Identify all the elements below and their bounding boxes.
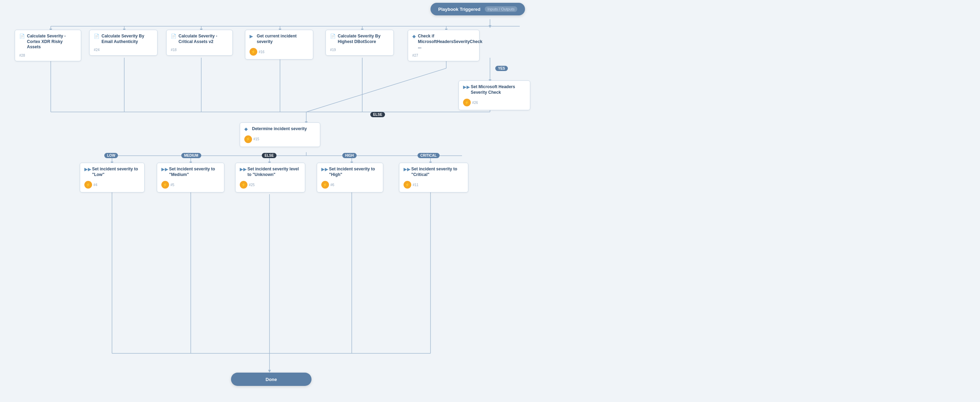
node-title: Set incident severity to "Low" <box>92 167 140 177</box>
node-set-unknown[interactable]: ▶▶ Set incident severity level to "Unkno… <box>235 163 305 192</box>
node-calc-xdr[interactable]: 📄 Calculate Severity - Cortex XDR Risky … <box>15 30 81 61</box>
script-icon: 📄 <box>330 33 336 39</box>
node-title: Get current incident severity <box>257 33 309 44</box>
node-id: #26 <box>472 101 478 105</box>
trigger-node[interactable]: Playbook Triggered Inputs / Outputs <box>431 3 525 15</box>
low-label: LOW <box>104 153 118 158</box>
node-footer: #19 <box>330 48 389 52</box>
node-header: ◆ Determine incident severity <box>244 126 316 133</box>
diamond-icon: ◆ <box>412 33 416 39</box>
node-id: #24 <box>94 48 100 52</box>
node-title: Set incident severity level to "Unknown" <box>247 167 301 177</box>
node-footer: ⚡ #6 <box>321 181 379 189</box>
arrow-icon: ▶▶ <box>463 84 469 90</box>
node-calc-dbot[interactable]: 📄 Calculate Severity By Highest DBotScor… <box>326 30 394 56</box>
trigger-inputs-button[interactable]: Inputs / Outputs <box>485 6 518 12</box>
node-footer: #28 <box>19 54 76 57</box>
done-node[interactable]: Done <box>231 373 312 386</box>
node-id: #4 <box>94 183 97 187</box>
script-icon: 📄 <box>19 33 25 39</box>
yes-label: YES <box>495 66 508 71</box>
node-header: ▶▶ Set incident severity to "Low" <box>84 167 140 179</box>
node-header: ▶▶ Set Microsoft Headers Severity Check <box>463 84 526 97</box>
node-set-microsoft[interactable]: ▶▶ Set Microsoft Headers Severity Check … <box>458 81 530 110</box>
high-label: HIGH <box>342 153 356 158</box>
node-calc-critical[interactable]: 📄 Calculate Severity - Critical Assets v… <box>166 30 233 56</box>
node-set-low[interactable]: ▶▶ Set incident severity to "Low" ⚡ #4 <box>80 163 145 192</box>
node-header: 📄 Calculate Severity By Highest DBotScor… <box>330 33 389 46</box>
script-icon: 📄 <box>171 33 177 39</box>
node-header: ▶▶ Set incident severity level to "Unkno… <box>240 167 301 179</box>
node-id: #5 <box>170 183 174 187</box>
node-footer: #18 <box>171 48 228 52</box>
arrow-icon: ▶▶ <box>161 167 167 172</box>
else-label-1: ELSE <box>370 112 385 117</box>
playbook-canvas: Playbook Triggered Inputs / Outputs 📄 Ca… <box>0 0 980 402</box>
node-footer: ⚡ #5 <box>161 181 220 189</box>
done-title: Done <box>266 377 277 382</box>
node-header: ▶▶ Set incident severity to "Critical" <box>404 167 464 179</box>
node-title: Calculate Severity By Highest DBotScore <box>338 33 389 44</box>
lightning-badge: ⚡ <box>250 48 257 56</box>
node-footer: ⚡ #25 <box>240 181 301 189</box>
arrow-icon: ▶▶ <box>404 167 409 172</box>
node-title: Calculate Severity By Email Authenticity <box>102 33 153 44</box>
svg-marker-34 <box>488 25 492 28</box>
medium-label: MEDIUM <box>181 153 201 158</box>
node-id: #11 <box>413 183 418 187</box>
lightning-badge: ⚡ <box>84 181 92 189</box>
node-determine-severity[interactable]: ◆ Determine incident severity ⚡ #15 <box>240 122 320 147</box>
trigger-title: Playbook Triggered <box>438 6 480 12</box>
node-id: #18 <box>171 48 177 52</box>
node-id: #16 <box>259 50 265 54</box>
node-footer: ⚡ #11 <box>404 181 464 189</box>
lightning-badge: ⚡ <box>244 135 252 143</box>
script-icon: 📄 <box>94 33 99 39</box>
node-title: Set incident severity to "High" <box>329 167 379 177</box>
lightning-badge: ⚡ <box>240 181 247 189</box>
lightning-badge: ⚡ <box>404 181 411 189</box>
lightning-badge: ⚡ <box>161 181 169 189</box>
node-header: ▶▶ Set incident severity to "High" <box>321 167 379 179</box>
node-title: Check if MicrosoftHeadersSeverityCheck .… <box>418 33 482 50</box>
node-footer: ⚡ #16 <box>250 48 309 56</box>
lightning-badge: ⚡ <box>463 99 471 106</box>
arrow-icon: ▶▶ <box>240 167 245 172</box>
node-set-medium[interactable]: ▶▶ Set incident severity to "Medium" ⚡ #… <box>157 163 224 192</box>
node-header: 📄 Calculate Severity - Critical Assets v… <box>171 33 228 46</box>
connection-lines <box>0 0 980 402</box>
node-header: ◆ Check if MicrosoftHeadersSeverityCheck… <box>412 33 475 51</box>
diamond-icon: ◆ <box>244 126 250 132</box>
else-label-2: ELSE <box>262 153 277 158</box>
node-id: #28 <box>19 54 25 57</box>
node-title: Determine incident severity <box>252 126 307 132</box>
arrow-icon: ▶ <box>250 33 255 39</box>
arrow-icon: ▶▶ <box>84 167 90 172</box>
critical-label: CRITICAL <box>418 153 440 158</box>
node-id: #15 <box>253 137 259 141</box>
node-header: ▶ Get current incident severity <box>250 33 309 46</box>
node-id: #27 <box>412 54 418 57</box>
lightning-badge: ⚡ <box>321 181 329 189</box>
node-get-incident[interactable]: ▶ Get current incident severity ⚡ #16 <box>245 30 313 59</box>
node-set-high[interactable]: ▶▶ Set incident severity to "High" ⚡ #6 <box>317 163 383 192</box>
node-calc-email[interactable]: 📄 Calculate Severity By Email Authentici… <box>89 30 158 56</box>
node-footer: ⚡ #4 <box>84 181 140 189</box>
node-set-critical[interactable]: ▶▶ Set incident severity to "Critical" ⚡… <box>399 163 468 192</box>
node-title: Set incident severity to "Critical" <box>411 167 464 177</box>
node-header: 📄 Calculate Severity By Email Authentici… <box>94 33 153 46</box>
node-title: Set incident severity to "Medium" <box>169 167 220 177</box>
node-id: #25 <box>249 183 255 187</box>
node-check-microsoft[interactable]: ◆ Check if MicrosoftHeadersSeverityCheck… <box>408 30 479 61</box>
node-footer: ⚡ #15 <box>244 135 316 143</box>
node-id: #19 <box>330 48 336 52</box>
node-title: Set Microsoft Headers Severity Check <box>471 84 526 95</box>
node-footer: ⚡ #26 <box>463 99 526 106</box>
svg-marker-47 <box>268 370 271 373</box>
node-footer: #27 <box>412 54 475 57</box>
node-title: Calculate Severity - Cortex XDR Risky As… <box>27 33 76 50</box>
arrow-icon: ▶▶ <box>321 167 327 172</box>
node-title: Calculate Severity - Critical Assets v2 <box>178 33 228 44</box>
svg-line-18 <box>306 68 446 112</box>
node-header: 📄 Calculate Severity - Cortex XDR Risky … <box>19 33 76 51</box>
